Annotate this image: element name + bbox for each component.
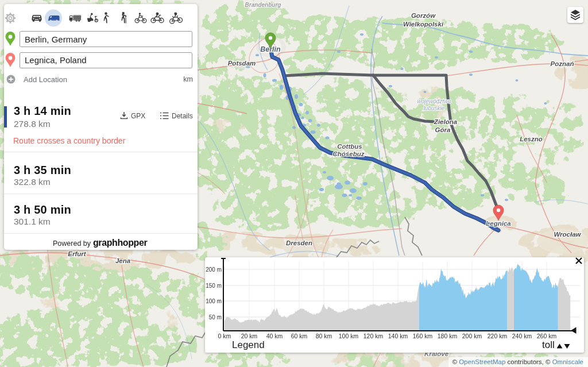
- svg-text:40 km: 40 km: [266, 333, 283, 339]
- svg-text:Legnica: Legnica: [486, 220, 511, 227]
- svg-text:100 m: 100 m: [206, 298, 222, 304]
- svg-text:0 km: 0 km: [218, 333, 231, 339]
- svg-text:Zielona: Zielona: [434, 118, 458, 125]
- svg-text:Leszno: Leszno: [520, 136, 543, 142]
- svg-text:160 km: 160 km: [413, 333, 433, 339]
- svg-text:80 km: 80 km: [316, 333, 332, 339]
- svg-text:Potsdam: Potsdam: [228, 60, 256, 67]
- svg-text:Legend: Legend: [232, 339, 265, 350]
- svg-text:Chóśebuz: Chóśebuz: [333, 150, 365, 157]
- svg-text:Wrocław: Wrocław: [554, 231, 581, 238]
- svg-text:60 km: 60 km: [291, 333, 308, 339]
- svg-text:Dresden: Dresden: [286, 239, 312, 246]
- svg-text:województwo: województwo: [417, 98, 451, 105]
- svg-text:180 km: 180 km: [438, 333, 458, 339]
- svg-text:Poznań: Poznań: [551, 60, 574, 67]
- svg-text:140 km: 140 km: [388, 333, 408, 339]
- svg-text:120 km: 120 km: [363, 333, 384, 339]
- svg-text:20 km: 20 km: [241, 333, 258, 339]
- svg-text:150 m: 150 m: [206, 283, 222, 289]
- svg-text:50 m: 50 m: [209, 314, 222, 320]
- svg-text:Wielkopolski: Wielkopolski: [403, 21, 444, 28]
- svg-text:200 m: 200 m: [206, 266, 222, 273]
- svg-text:Cottbus: Cottbus: [337, 143, 362, 150]
- svg-text:100 km: 100 km: [339, 333, 359, 339]
- svg-text:200 km: 200 km: [462, 333, 482, 339]
- svg-text:Gorzów: Gorzów: [411, 12, 436, 19]
- svg-text:Brandenburg: Brandenburg: [245, 2, 281, 8]
- svg-text:240 km: 240 km: [512, 333, 532, 339]
- svg-text:Góra: Góra: [435, 126, 451, 133]
- svg-text:220 km: 220 km: [488, 333, 508, 339]
- svg-text:Jena: Jena: [115, 257, 131, 264]
- svg-text:toll: toll: [542, 339, 555, 350]
- svg-text:lubuskie: lubuskie: [424, 105, 445, 111]
- svg-text:260 km: 260 km: [537, 333, 557, 339]
- svg-text:Erfurt: Erfurt: [68, 250, 86, 257]
